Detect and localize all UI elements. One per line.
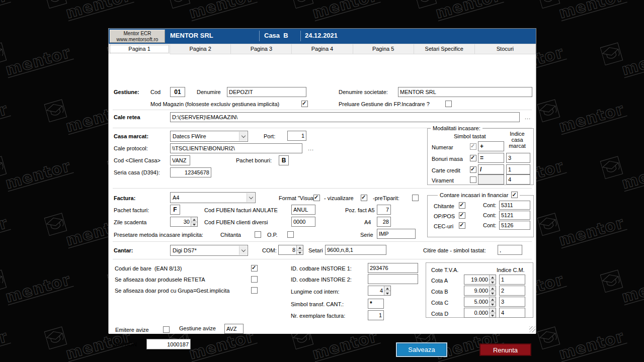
- simbol-transf-input[interactable]: [368, 299, 384, 309]
- numerar-checkbox[interactable]: ✓: [470, 143, 476, 150]
- tab-pagina-5[interactable]: Pagina 5: [353, 44, 414, 54]
- cota-a-input[interactable]: [464, 275, 489, 284]
- oppos-checkbox[interactable]: ✓: [459, 212, 465, 219]
- nr-bon-input[interactable]: [146, 339, 191, 349]
- tab-stocuri[interactable]: Stocuri: [475, 44, 536, 54]
- cale-protocol-browse-button[interactable]: ...: [306, 143, 315, 153]
- tab-pagina-3[interactable]: Pagina 3: [231, 44, 292, 54]
- fuben-diversi-input[interactable]: [291, 217, 315, 227]
- bonuri-masa-indice-input[interactable]: [506, 153, 530, 163]
- com-input[interactable]: [279, 245, 296, 254]
- carte-credit-checkbox[interactable]: ✓: [470, 166, 476, 173]
- cota-c-input[interactable]: [464, 297, 489, 306]
- cota-a-indice-input[interactable]: [499, 275, 525, 285]
- spin-down-button[interactable]: [191, 222, 197, 227]
- chitante-cont-input[interactable]: [499, 201, 530, 210]
- cecuri-checkbox[interactable]: ✓: [459, 222, 465, 229]
- preluare-gestiune-checkbox[interactable]: ✓: [445, 101, 452, 107]
- spinner-buttons[interactable]: [296, 245, 303, 254]
- bonuri-masa-checkbox[interactable]: ✓: [470, 155, 476, 161]
- spin-down-button[interactable]: [490, 302, 496, 307]
- virament-checkbox[interactable]: ✓: [470, 176, 476, 183]
- spin-up-button[interactable]: [490, 297, 496, 302]
- mod-magazin-checkbox[interactable]: ✓: [301, 101, 308, 107]
- spin-up-button[interactable]: [490, 286, 496, 291]
- carte-credit-simbol-input[interactable]: [478, 164, 504, 174]
- pachet-facturi-input[interactable]: [170, 205, 180, 215]
- cota-c-spinner[interactable]: [464, 297, 496, 307]
- chitante-checkbox[interactable]: ✓: [459, 202, 465, 209]
- tab-pagina-2[interactable]: Pagina 2: [170, 44, 231, 54]
- cota-d-indice-input[interactable]: [499, 308, 525, 318]
- cantar-select[interactable]: Digi DS7*: [170, 245, 248, 256]
- contare-checkbox[interactable]: ✓: [511, 192, 518, 198]
- spinner-buttons[interactable]: [489, 297, 496, 306]
- format-visual-checkbox[interactable]: ✓: [313, 195, 320, 201]
- dropdown-button[interactable]: [239, 246, 247, 255]
- numerar-simbol-input[interactable]: [478, 141, 504, 151]
- mentor-logo-button[interactable]: Mentor ECR www.mentorsoft.ro: [110, 30, 165, 43]
- oppos-cont-input[interactable]: [499, 211, 530, 220]
- spin-down-button[interactable]: [490, 313, 496, 318]
- renunta-button[interactable]: Renunta: [479, 343, 531, 356]
- cota-d-spinner[interactable]: [464, 308, 496, 318]
- pachet-bonuri-input[interactable]: [279, 155, 289, 165]
- com-spinner[interactable]: [278, 245, 303, 255]
- spin-up-button[interactable]: [384, 286, 390, 291]
- tab-pagina-4[interactable]: Pagina 4: [292, 44, 353, 54]
- reteta-checkbox[interactable]: ✓: [251, 276, 258, 283]
- factura-format-select[interactable]: A4: [170, 192, 256, 203]
- cale-retea-input[interactable]: [170, 112, 520, 122]
- coduri-bare-checkbox[interactable]: ✓: [251, 265, 258, 272]
- op-checkbox[interactable]: ✓: [287, 231, 294, 238]
- tab-setari-specifice[interactable]: Setari Specifice: [414, 44, 475, 54]
- gestiune-avize-input[interactable]: [224, 324, 244, 334]
- spinner-buttons[interactable]: [489, 286, 496, 295]
- serie-input[interactable]: [377, 229, 416, 239]
- denumire-input[interactable]: [227, 87, 306, 97]
- resize-grip[interactable]: [529, 326, 535, 332]
- instore1-input[interactable]: [368, 263, 418, 273]
- cota-d-input[interactable]: [464, 308, 489, 317]
- fuben-anulate-input[interactable]: [291, 205, 315, 215]
- grupa-gest-checkbox[interactable]: ✓: [251, 287, 258, 294]
- pretiparit-checkbox[interactable]: ✓: [412, 195, 419, 201]
- citire-date-input[interactable]: [498, 245, 522, 255]
- cod-input[interactable]: [170, 87, 185, 97]
- casa-marcat-select[interactable]: Datecs FWire: [170, 131, 248, 142]
- cota-b-input[interactable]: [464, 286, 489, 295]
- spinner-buttons[interactable]: [191, 217, 197, 226]
- cota-c-indice-input[interactable]: [499, 297, 525, 307]
- cod-client-casa-input[interactable]: [170, 155, 190, 165]
- cota-b-indice-input[interactable]: [499, 286, 525, 296]
- setari-input[interactable]: [325, 245, 386, 255]
- dropdown-button[interactable]: [247, 193, 255, 202]
- emitere-avize-checkbox[interactable]: ✓: [163, 326, 170, 333]
- cota-a-spinner[interactable]: [464, 275, 496, 285]
- bonuri-masa-simbol-input[interactable]: [478, 153, 504, 163]
- spin-down-button[interactable]: [490, 291, 496, 296]
- instore2-input[interactable]: [368, 274, 418, 284]
- spinner-buttons[interactable]: [489, 275, 496, 284]
- spin-up-button[interactable]: [191, 217, 197, 222]
- salveaza-button[interactable]: Salveaza: [397, 343, 446, 356]
- spin-down-button[interactable]: [490, 280, 496, 285]
- chitanta-checkbox[interactable]: ✓: [255, 231, 261, 238]
- spin-up-button[interactable]: [490, 275, 496, 280]
- tab-pagina-1[interactable]: Pagina 1: [109, 44, 170, 54]
- spin-down-button[interactable]: [297, 250, 303, 255]
- cota-b-spinner[interactable]: [464, 286, 496, 296]
- virament-indice-input[interactable]: [506, 174, 530, 185]
- denumire-societate-input[interactable]: [398, 87, 532, 97]
- spinner-buttons[interactable]: [489, 308, 496, 317]
- spin-up-button[interactable]: [297, 245, 303, 250]
- spin-up-button[interactable]: [490, 308, 496, 313]
- dropdown-button[interactable]: [239, 132, 247, 141]
- zile-scadenta-input[interactable]: [171, 217, 191, 226]
- spin-down-button[interactable]: [384, 291, 390, 296]
- vizualizare-checkbox[interactable]: ✓: [361, 195, 367, 201]
- carte-credit-indice-input[interactable]: [506, 164, 530, 174]
- cecuri-cont-input[interactable]: [499, 221, 530, 230]
- a4-input[interactable]: [377, 217, 391, 227]
- cale-protocol-input[interactable]: [170, 143, 302, 153]
